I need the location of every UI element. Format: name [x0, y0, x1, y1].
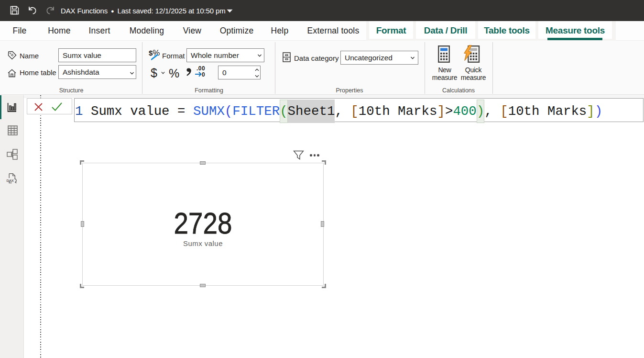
svg-text:DAX: DAX: [7, 179, 14, 183]
svg-text:0: 0: [202, 71, 205, 78]
